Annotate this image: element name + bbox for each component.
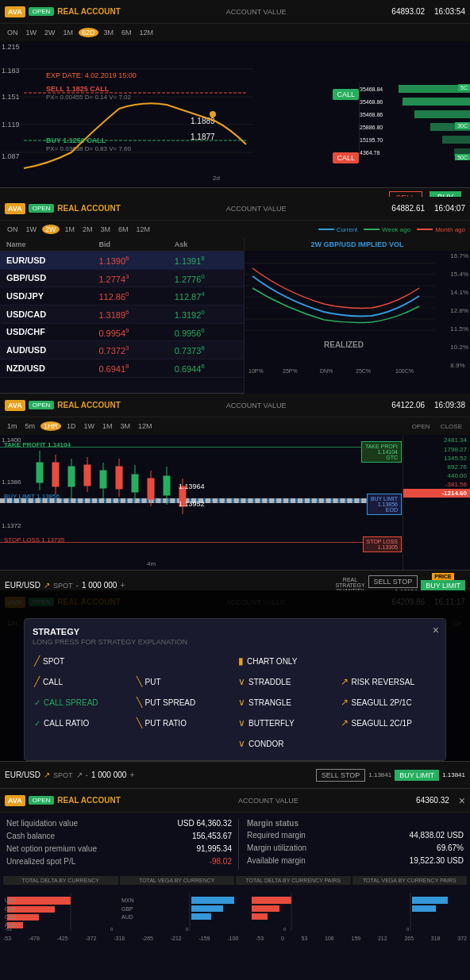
open-btn-1[interactable]: OPEN [29,7,55,16]
table-row[interactable]: USD/CAD 1.31896 1.31920 [0,305,244,323]
pair-label-3[interactable]: EUR/USD [5,581,40,590]
table-row[interactable]: NZD/USD 0.69418 0.69446 [0,359,244,377]
available-margin-label: Available margin [247,856,306,865]
strategy-item-straddle[interactable]: ∨ STRADDLE [237,673,336,690]
strategy-item-put[interactable]: ╲ PUT [135,673,234,690]
strategy-item-put-spread[interactable]: ╲ PUT SPREAD [135,694,234,711]
svg-text:100C%: 100C% [395,368,414,374]
unrealized-value: -98.02 [210,857,232,866]
call-btn-1[interactable]: CALL [333,89,359,103]
tf-62d-1[interactable]: 62D [79,28,98,37]
tf-5m-3[interactable]: 5m [23,421,38,431]
open-btn-2[interactable]: OPEN [29,204,55,213]
x-label-5: -318 [114,936,125,941]
vol-y-6: 10.2% [450,344,468,351]
unrealized-label: Unrealized spot P/L [6,857,75,866]
svg-text:CAD: CAD [5,914,17,920]
tf-12m-1[interactable]: 12M [137,28,156,37]
table-row[interactable]: USD/JPY 112.860 112.874 [0,287,244,306]
strategy-item-call-spread[interactable]: ✓ CALL SPREAD [33,694,132,711]
call-btn-2[interactable]: CALL [333,152,359,163]
svg-rect-56 [191,905,223,912]
strategy-item-seagull-2p1c[interactable]: ↗ SEAGULL 2P/1C [339,694,438,711]
buy-limit-btn-4[interactable]: BUY LIMIT [395,770,439,781]
strategy-label-4[interactable]: SPOT [53,771,73,779]
table-row[interactable]: AUD/USD 0.73723 0.73738 [0,341,244,359]
tf-1w-1[interactable]: 1W [24,28,40,37]
call-label: CALL [43,678,63,686]
qty-plus-3[interactable]: + [120,581,125,590]
strategy-item-spot[interactable]: ╱ SPOT [33,652,132,670]
strategy-item-chart-only[interactable]: ▮ CHART ONLY [237,652,336,670]
open-btn-5[interactable]: OPEN [29,796,55,805]
tf-12m-2[interactable]: 12M [134,225,153,234]
tf-2m-2[interactable]: 2M [80,225,95,234]
tf-1m-1[interactable]: 1M [61,28,76,37]
tf-3m-2[interactable]: 3M [98,225,114,234]
cash-balance-row: Cash balance 156,453.67 [6,832,232,840]
tf-1hr-3[interactable]: 1HR [40,421,61,431]
legend-dot-red [417,229,433,230]
tf-on-1[interactable]: ON [5,28,21,37]
sell-stop-btn-3[interactable]: SELL STOP [368,575,418,588]
tf-2w-2[interactable]: 2W [42,225,60,234]
strategy-label-3[interactable]: SPOT [53,582,73,590]
strategy-close-btn[interactable]: × [433,624,439,636]
strangle-icon: ∨ [238,697,245,708]
tf-2w-1[interactable]: 2W [42,28,58,37]
strategy-item-risk-reversal[interactable]: ↗ RISK REVERSAL [339,673,438,690]
strategy-item-condor[interactable]: ∨ CONDOR [237,735,336,752]
tf-6m-2[interactable]: 6M [116,225,131,234]
tf-3m-1[interactable]: 3M [102,28,117,37]
tf-12m-3[interactable]: 12M [136,421,155,431]
pair-label-4[interactable]: EUR/USD [5,771,40,779]
x-label-9: -106 [227,936,238,941]
buy-limit-btn-3[interactable]: BUY LIMIT [421,580,465,591]
table-row[interactable]: GBP/USD 1.27743 1.27760 [0,269,244,287]
strategy-item-seagull-2c1p[interactable]: ↗ SEAGULL 2C/1P [339,714,438,732]
qty-minus-3[interactable]: - [76,581,79,590]
strategy-item-put-ratio[interactable]: ╲ PUT RATIO [135,714,234,732]
tf-1d-3[interactable]: 1D [64,421,79,431]
svg-rect-64 [252,905,279,912]
svg-text:0: 0 [186,927,189,932]
legend-dot-green [364,229,379,230]
panel3-header: AVA OPEN REAL ACCOUNT ACCOUNT VALUE 6412… [0,394,470,417]
condor-icon: ∨ [238,738,245,749]
close-panel5-btn[interactable]: × [459,794,465,807]
qty-plus-4[interactable]: + [129,771,134,779]
tf-1w-3[interactable]: 1W [82,421,98,431]
account-name-3: REAL ACCOUNT [57,401,120,409]
svg-text:USD: USD [5,897,17,903]
tf-1m-3[interactable]: 1m [5,421,20,431]
time-3: 16:09:38 [434,401,465,409]
vol-y-3: 14.1% [450,289,468,296]
legend-current: Current [318,226,358,233]
open-btn-3[interactable]: OPEN [29,401,55,409]
svg-rect-38 [164,476,170,495]
vol-y-1: 16.7% [450,252,468,259]
tf-6m-1[interactable]: 6M [119,28,134,37]
svg-rect-32 [116,467,122,489]
strategy-item-strangle[interactable]: ∨ STRANGLE [237,694,336,711]
strategy-arrow-4: ↗ [76,771,83,779]
table-row[interactable]: USD/CHF 0.99549 0.99560 [0,323,244,341]
strategy-item-call-ratio[interactable]: ✓ CALL RATIO [33,714,132,732]
tf-1m-2[interactable]: 1M [63,225,78,234]
tf-1m2-3[interactable]: 1M [100,421,115,431]
svg-text:10P%: 10P% [248,368,264,374]
total-vega-currency: TOTAL VEGA BY CURRENCY MXN GBP AUD 0 [120,876,235,934]
sell-stop-btn-4[interactable]: SELL STOP [316,769,366,782]
ava-logo-1: AVA [5,6,25,17]
strategy-item-call[interactable]: ╱ CALL [33,673,132,690]
table-row[interactable]: EUR/USD 1.13906 1.13918 [0,252,244,270]
margin-status-label: Margin status [247,819,464,828]
tf-3m-3[interactable]: 3M [118,421,133,431]
tf-on-2[interactable]: ON [5,225,21,234]
p3-price-3: 1.1372 [2,522,21,529]
strategy-item-butterfly[interactable]: ∨ BUTTERFLY [237,714,336,732]
qty-minus-4[interactable]: - [86,771,88,779]
net-liquidation-value: USD 64,360.32 [178,819,232,828]
tf-1w-2[interactable]: 1W [24,225,40,234]
ask-audusd: 0.73738 [168,341,244,359]
